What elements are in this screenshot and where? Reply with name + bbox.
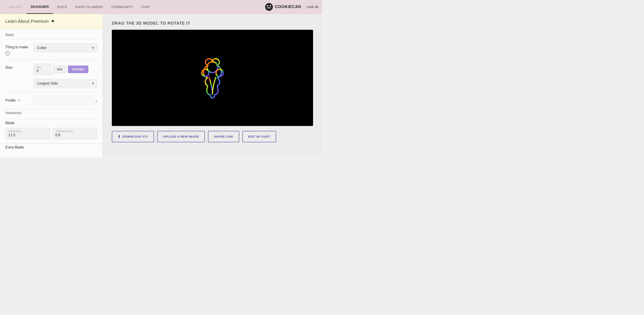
- profile-row: Profile ✦ ↓: [0, 92, 103, 109]
- brand-icon: [265, 3, 273, 11]
- nav-item-library[interactable]: LIBRARY: [4, 0, 26, 14]
- nav-item-chat[interactable]: CHAT: [137, 0, 154, 14]
- advanced-label: Advanced: [5, 111, 21, 115]
- thickness-value: 0.9: [56, 133, 94, 137]
- navbar: LIBRARY DESIGNER DOCS SHOP FILAMENT COMM…: [0, 0, 322, 14]
- content-area: DRAG THE 3D MODEL TO ROTATE IT: [103, 14, 322, 158]
- extra-blade-label: Extra Blade: [0, 143, 103, 151]
- size-field-label: Size: [36, 66, 48, 69]
- size-value: 3: [36, 69, 48, 73]
- thing-to-make-select[interactable]: Cutter Stamp Both: [34, 43, 97, 52]
- main-layout: Learn About Premium ✦ Basic Thing to mak…: [0, 14, 322, 158]
- thing-to-make-control: Cutter Stamp Both ▼: [34, 43, 97, 52]
- thing-to-make-help-icon[interactable]: ?: [5, 51, 10, 56]
- depth-label: Depth (mm): [8, 130, 48, 132]
- thickness-input-box[interactable]: Thickness (mm) 0.9: [52, 128, 98, 139]
- download-icon: ⬇: [118, 134, 121, 139]
- profile-star-icon: ✦: [17, 98, 21, 103]
- svg-point-7: [202, 69, 209, 77]
- 3d-model-svg: [192, 56, 232, 100]
- set-size-row: Longest Side Width Height ▼: [0, 79, 103, 92]
- basic-section-label: Basic: [0, 29, 103, 39]
- size-inputs: Size 3 MM INCHES: [34, 64, 97, 75]
- edit-in-cadit-button[interactable]: EDIT IN CADIT: [242, 131, 276, 142]
- set-size-select-wrapper: Longest Side Width Height ▼: [34, 79, 97, 88]
- sidebar: Learn About Premium ✦ Basic Thing to mak…: [0, 14, 103, 158]
- nav-item-designer[interactable]: DESIGNER: [26, 0, 53, 14]
- nav-links: LIBRARY DESIGNER DOCS SHOP FILAMENT COMM…: [4, 0, 265, 14]
- drag-instruction: DRAG THE 3D MODEL TO ROTATE IT: [112, 21, 313, 26]
- action-buttons: ⬇ DOWNLOAD STL UPLOAD A NEW IMAGE SHARE …: [112, 131, 313, 142]
- inches-button[interactable]: INCHES: [68, 66, 88, 73]
- svg-point-5: [270, 8, 271, 8]
- profile-select-area: ↓: [34, 96, 97, 105]
- svg-point-2: [270, 5, 271, 7]
- profile-label: Profile ✦: [5, 98, 30, 103]
- login-button[interactable]: LOG IN: [307, 5, 318, 9]
- brand[interactable]: COOKIECAD: [265, 3, 301, 11]
- depth-value: 11.5: [8, 133, 48, 137]
- svg-point-3: [268, 7, 270, 9]
- svg-point-8: [216, 69, 223, 77]
- advanced-section: Advanced: [0, 109, 103, 119]
- size-row: Size Size 3 MM INCHES: [0, 60, 103, 79]
- model-canvas[interactable]: [112, 30, 313, 126]
- svg-point-0: [265, 3, 273, 11]
- share-link-button[interactable]: SHARE LINK: [208, 131, 239, 142]
- thing-to-make-label: Thing to make ?: [5, 43, 30, 56]
- blade-inputs: Depth (mm) 11.5 Thickness (mm) 0.9: [5, 128, 97, 139]
- premium-banner[interactable]: Learn About Premium ✦: [0, 14, 103, 29]
- size-input-box[interactable]: Size 3: [34, 64, 52, 75]
- brand-name: COOKIECAD: [275, 5, 301, 9]
- depth-input-box[interactable]: Depth (mm) 11.5: [5, 128, 50, 139]
- mm-button[interactable]: MM: [53, 66, 66, 73]
- nav-item-shop[interactable]: SHOP FILAMENT: [71, 0, 107, 14]
- profile-down-arrow-icon[interactable]: ↓: [95, 98, 97, 103]
- size-label: Size: [5, 64, 30, 70]
- thing-to-make-row: Thing to make ? Cutter Stamp Both ▼: [0, 39, 103, 60]
- profile-dropdown[interactable]: [34, 96, 93, 105]
- nav-item-docs[interactable]: DOCS: [53, 0, 71, 14]
- blade-row: Blade Depth (mm) 11.5 Thickness (mm) 0.9: [0, 119, 103, 143]
- premium-star-icon: ✦: [51, 18, 55, 24]
- premium-label: Learn About Premium: [5, 19, 48, 24]
- download-stl-button[interactable]: ⬇ DOWNLOAD STL: [112, 131, 154, 142]
- thing-to-make-select-wrapper: Cutter Stamp Both ▼: [34, 43, 97, 52]
- thickness-label: Thickness (mm): [56, 130, 94, 132]
- svg-point-4: [267, 8, 268, 8]
- blade-label: Blade: [5, 121, 97, 125]
- set-size-select[interactable]: Longest Side Width Height: [34, 79, 97, 88]
- svg-point-1: [267, 5, 268, 7]
- upload-new-image-button[interactable]: UPLOAD A NEW IMAGE: [157, 131, 205, 142]
- nav-item-community[interactable]: COMMUNITY: [108, 0, 137, 14]
